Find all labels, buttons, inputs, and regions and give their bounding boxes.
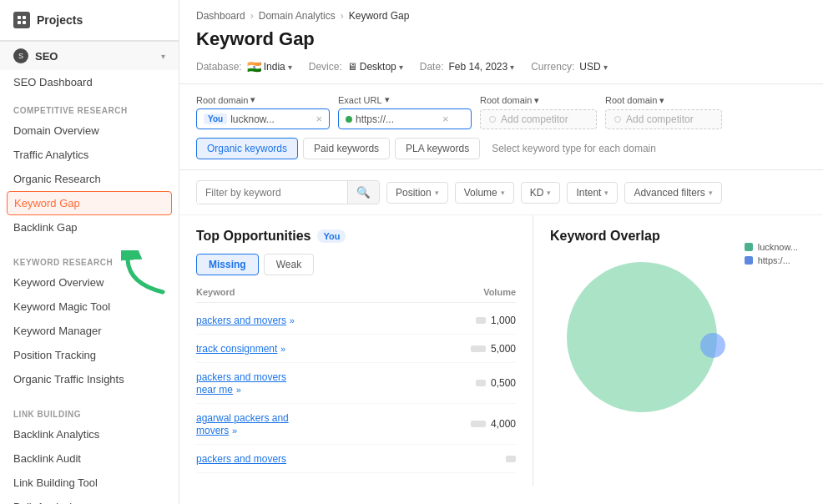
keyword-more-2[interactable]: » xyxy=(280,344,285,354)
intent-filter-btn[interactable]: Intent ▾ xyxy=(567,182,618,204)
sidebar-item-bulk-analysis[interactable]: Bulk Analysis xyxy=(0,495,179,504)
keyword-link-5[interactable]: packers and movers xyxy=(196,453,286,465)
device-selector[interactable]: Device: 🖥 Desktop ▾ xyxy=(309,61,403,73)
filter-search-button[interactable]: 🔍 xyxy=(347,181,379,204)
sidebar-item-backlink-gap[interactable]: Backlink Gap xyxy=(0,215,179,239)
volume-value-2: 5,000 xyxy=(491,343,516,355)
keyword-link-4[interactable]: agarwal packers andmovers xyxy=(196,412,289,436)
col-volume: Volume xyxy=(483,287,516,297)
currency-selector[interactable]: Currency: USD ▾ xyxy=(531,61,607,73)
svg-rect-2 xyxy=(18,21,21,24)
svg-rect-1 xyxy=(23,16,26,19)
advanced-filters-btn[interactable]: Advanced filters ▾ xyxy=(624,182,721,204)
keyword-link-1[interactable]: packers and movers xyxy=(196,315,286,326)
domain-inputs-section: Root domain ▾ You lucknow... × Exact URL… xyxy=(179,84,823,170)
currency-value: USD ▾ xyxy=(579,61,607,73)
database-selector[interactable]: Database: 🇮🇳 India ▾ xyxy=(196,60,292,73)
toolbar: Database: 🇮🇳 India ▾ Device: 🖥 Desktop ▾… xyxy=(179,60,823,84)
keyword-filter-input[interactable] xyxy=(197,182,347,204)
bulk-analysis-label: Bulk Analysis xyxy=(13,501,78,504)
kw-cell-5: packers and movers xyxy=(196,452,286,465)
add-competitor-2[interactable]: Add competitor xyxy=(605,109,722,129)
domain-2-close-btn[interactable]: × xyxy=(442,113,449,125)
domain-2-dot xyxy=(346,116,352,123)
venn-diagram xyxy=(550,254,806,421)
sidebar: Projects S SEO ▾ SEO Dashboard COMPETITI… xyxy=(0,0,179,504)
sidebar-item-keyword-magic[interactable]: Keyword Magic Tool xyxy=(0,295,179,319)
venn-circle-small xyxy=(700,333,725,358)
sidebar-item-organic-research[interactable]: Organic Research xyxy=(0,167,179,191)
volume-cell-1: 1,000 xyxy=(476,315,516,326)
breadcrumb-dashboard[interactable]: Dashboard xyxy=(196,10,245,22)
domain-group-4: Root domain ▾ Add competitor xyxy=(605,95,722,129)
kd-filter-btn[interactable]: KD ▾ xyxy=(521,182,561,204)
seo-header[interactable]: S SEO ▾ xyxy=(0,42,179,70)
breadcrumb-domain-analytics[interactable]: Domain Analytics xyxy=(259,10,336,22)
keyword-more-3[interactable]: » xyxy=(236,385,241,395)
backlink-gap-label: Backlink Gap xyxy=(13,221,78,234)
volume-filter-btn[interactable]: Volume ▾ xyxy=(455,182,514,204)
exact-url-label[interactable]: Exact URL ▾ xyxy=(338,94,472,105)
domain-group-1: Root domain ▾ You lucknow... × xyxy=(196,94,330,129)
sidebar-item-keyword-gap[interactable]: Keyword Gap xyxy=(7,191,172,215)
keyword-overlap-panel: Keyword Overlap lucknow... https:/... xyxy=(533,215,823,486)
domain-group-3: Root domain ▾ Add competitor xyxy=(480,95,597,129)
kw-cell-2: track consignment » xyxy=(196,342,285,355)
keyword-type-note: Select keyword type for each domain xyxy=(492,143,656,154)
breadcrumb-sep-2: › xyxy=(341,10,344,22)
table-row: packers and moversnear me » 0,500 xyxy=(196,363,516,404)
paid-keywords-btn[interactable]: Paid keywords xyxy=(303,138,390,159)
pla-keywords-btn[interactable]: PLA keywords xyxy=(395,138,480,159)
keyword-type-row: Organic keywords Paid keywords PLA keywo… xyxy=(196,138,806,159)
col-keyword: Keyword xyxy=(196,287,235,297)
organic-keywords-btn[interactable]: Organic keywords xyxy=(196,138,298,159)
domain-group-2: Exact URL ▾ https://... × xyxy=(338,94,472,129)
add-competitor-1[interactable]: Add competitor xyxy=(480,109,597,129)
volume-value-4: 4,000 xyxy=(491,418,516,430)
sidebar-item-domain-overview[interactable]: Domain Overview xyxy=(0,118,179,143)
sidebar-item-organic-traffic[interactable]: Organic Traffic Insights xyxy=(0,367,179,391)
sidebar-item-position-tracking[interactable]: Position Tracking xyxy=(0,343,179,367)
sidebar-item-traffic-analytics[interactable]: Traffic Analytics xyxy=(0,143,179,167)
sidebar-item-keyword-overview[interactable]: Keyword Overview xyxy=(0,270,179,295)
organic-research-label: Organic Research xyxy=(13,173,101,185)
intent-filter-arrow: ▾ xyxy=(604,189,608,197)
volume-cell-5 xyxy=(506,456,516,462)
date-value: Feb 14, 2023 ▾ xyxy=(448,61,514,73)
seo-icon: S xyxy=(13,48,28,63)
sidebar-item-link-building-tool[interactable]: Link Building Tool xyxy=(0,471,179,495)
filter-input-wrap: 🔍 xyxy=(196,180,380,204)
svg-rect-0 xyxy=(18,16,21,19)
device-value: 🖥 Desktop ▾ xyxy=(347,61,403,73)
root-domain-chevron-3: ▾ xyxy=(534,95,539,106)
volume-cell-3: 0,500 xyxy=(476,377,516,389)
keyword-link-2[interactable]: track consignment xyxy=(196,343,277,355)
position-filter-label: Position xyxy=(396,187,432,199)
volume-cell-2: 5,000 xyxy=(471,343,516,355)
currency-dropdown-arrow: ▾ xyxy=(603,63,608,72)
domain-input-1[interactable]: You lucknow... × xyxy=(196,108,330,129)
keyword-link-3[interactable]: packers and moversnear me xyxy=(196,371,286,396)
domain-1-close-btn[interactable]: × xyxy=(316,113,322,125)
root-domain-label-1[interactable]: Root domain ▾ xyxy=(196,94,330,105)
sidebar-item-backlink-audit[interactable]: Backlink Audit xyxy=(0,446,179,471)
table-row: agarwal packers andmovers » 4,000 xyxy=(196,404,516,445)
weak-tab[interactable]: Weak xyxy=(264,254,314,275)
breadcrumb-sep-1: › xyxy=(250,10,254,22)
currency-label: Currency: xyxy=(531,61,574,73)
overlap-inner: Keyword Overlap lucknow... https:/... xyxy=(550,229,806,421)
keyword-more-4[interactable]: » xyxy=(232,426,237,436)
main-content: Dashboard › Domain Analytics › Keyword G… xyxy=(179,0,823,504)
date-selector[interactable]: Date: Feb 14, 2023 ▾ xyxy=(420,61,514,73)
root-domain-label-4[interactable]: Root domain ▾ xyxy=(605,95,722,106)
sidebar-item-backlink-analytics[interactable]: Backlink Analytics xyxy=(0,422,179,446)
sidebar-item-seo-dashboard[interactable]: SEO Dashboard xyxy=(0,70,179,94)
missing-tab[interactable]: Missing xyxy=(196,254,259,275)
root-domain-label-3[interactable]: Root domain ▾ xyxy=(480,95,597,106)
keyword-more-1[interactable]: » xyxy=(290,315,295,325)
kd-filter-arrow: ▾ xyxy=(547,189,551,197)
position-filter-btn[interactable]: Position ▾ xyxy=(386,182,448,204)
domain-text-2: https://... xyxy=(356,113,439,125)
domain-input-2[interactable]: https://... × xyxy=(338,108,472,129)
sidebar-item-keyword-manager[interactable]: Keyword Manager xyxy=(0,319,179,343)
